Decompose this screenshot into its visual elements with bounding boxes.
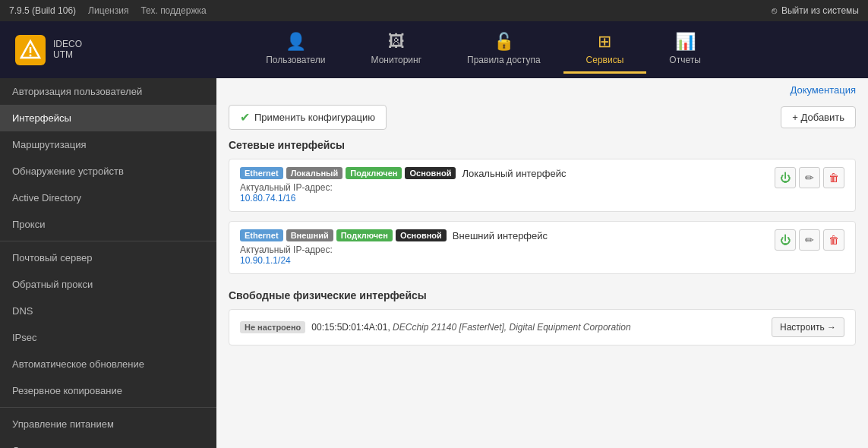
sidebar-item-advanced[interactable]: Дополнительно: [0, 437, 216, 448]
access-icon: 🔓: [494, 32, 514, 52]
interface-tags-external: Ethernet Внешний Подключен Основной Внеш…: [240, 229, 775, 241]
sidebar-item-proxy[interactable]: Прокси: [0, 211, 216, 238]
main-nav: 👤 Пользователи 🖼 Мониторинг 🔓 Правила до…: [114, 26, 853, 74]
sidebar-item-mail[interactable]: Почтовый сервер: [0, 245, 216, 271]
layout: Авторизация пользователей Интерфейсы Мар…: [0, 78, 868, 448]
interface-card-local: Ethernet Локальный Подключен Основной Ло…: [229, 159, 856, 212]
tag-external-external: Внешний: [286, 229, 333, 241]
tag-not-configured: Не настроено: [240, 321, 305, 333]
sidebar-divider-1: [0, 241, 216, 241]
free-card-info: Не настроено 00:15:5D:01:4A:01, DECchip …: [240, 321, 772, 333]
header: IDECO UTM 👤 Пользователи 🖼 Мониторинг 🔓 …: [0, 21, 868, 78]
logo-name: IDECO: [53, 39, 82, 49]
tag-main-external: Основной: [396, 229, 447, 241]
sidebar-item-power[interactable]: Управление питанием: [0, 411, 216, 437]
nav-users[interactable]: 👤 Пользователи: [243, 26, 348, 74]
logo-area: IDECO UTM: [15, 35, 114, 65]
power-button-external[interactable]: ⏻: [775, 229, 796, 251]
nav-monitoring[interactable]: 🖼 Мониторинг: [349, 26, 445, 74]
interface-tags-local: Ethernet Локальный Подключен Основной Ло…: [240, 167, 775, 179]
apply-config-button[interactable]: ✔ Применить конфигурацию: [229, 105, 387, 130]
sidebar-item-routing[interactable]: Маршрутизация: [0, 131, 216, 158]
nav-services[interactable]: ⊞ Сервисы: [563, 26, 647, 74]
support-link[interactable]: Тех. поддержка: [140, 5, 206, 16]
version-label: 7.9.5 (Build 106): [9, 5, 76, 16]
sidebar: Авторизация пользователей Интерфейсы Мар…: [0, 78, 216, 448]
delete-button-external[interactable]: 🗑: [823, 229, 844, 251]
tag-ethernet-external: Ethernet: [240, 229, 283, 241]
sidebar-item-discovery[interactable]: Обнаружение устройств: [0, 158, 216, 185]
main-content: Документация ✔ Применить конфигурацию + …: [216, 78, 868, 448]
sidebar-item-ad[interactable]: Active Directory: [0, 185, 216, 211]
interface-name-local: Локальный интерфейс: [462, 168, 566, 179]
add-button[interactable]: + Добавить: [781, 106, 856, 128]
free-interfaces-title: Свободные физические интерфейсы: [216, 283, 868, 309]
free-card-text: 00:15:5D:01:4A:01, DECchip 21140 [Faster…: [311, 322, 630, 333]
sidebar-item-interfaces[interactable]: Интерфейсы: [0, 105, 216, 131]
reports-icon: 📊: [675, 32, 696, 52]
users-icon: 👤: [286, 32, 306, 52]
configure-button[interactable]: Настроить →: [772, 317, 844, 337]
ip-label-local: Актуальный IP-адрес:: [240, 182, 775, 193]
interface-actions-local: ⏻ ✏ 🗑: [775, 167, 844, 188]
logout-label: Выйти из системы: [781, 5, 859, 16]
interface-actions-external: ⏻ ✏ 🗑: [775, 229, 844, 251]
top-bar-left: 7.9.5 (Build 106) Лицензия Тех. поддержк…: [9, 5, 207, 16]
sidebar-item-reverseproxy[interactable]: Обратный прокси: [0, 271, 216, 298]
svg-point-2: [30, 54, 32, 56]
edit-button-external[interactable]: ✏: [799, 229, 820, 251]
nav-access[interactable]: 🔓 Правила доступа: [444, 26, 563, 74]
sidebar-item-auth[interactable]: Авторизация пользователей: [0, 78, 216, 105]
ip-label-external: Актуальный IP-адрес:: [240, 245, 775, 255]
logo-sub: UTM: [53, 50, 82, 60]
tag-main-local: Основной: [405, 167, 456, 179]
interface-info-local: Ethernet Локальный Подключен Основной Ло…: [240, 167, 775, 203]
sidebar-divider-2: [0, 407, 216, 408]
logout-button[interactable]: ⎋ Выйти из системы: [772, 5, 859, 16]
power-button-local[interactable]: ⏻: [775, 167, 796, 188]
interface-info-external: Ethernet Внешний Подключен Основной Внеш…: [240, 229, 775, 266]
sidebar-item-backup[interactable]: Резервное копирование: [0, 377, 216, 404]
sidebar-item-dns[interactable]: DNS: [0, 298, 216, 324]
top-bar: 7.9.5 (Build 106) Лицензия Тех. поддержк…: [0, 0, 868, 21]
interface-card-external: Ethernet Внешний Подключен Основной Внеш…: [229, 221, 856, 274]
logo-text: IDECO UTM: [53, 39, 82, 59]
sidebar-item-ipsec[interactable]: IPsec: [0, 324, 216, 351]
logo-icon: [15, 35, 46, 65]
check-icon: ✔: [240, 110, 250, 125]
toolbar: ✔ Применить конфигурацию + Добавить: [216, 99, 868, 139]
services-icon: ⊞: [598, 32, 611, 52]
delete-button-local[interactable]: 🗑: [823, 167, 844, 188]
ip-value-local: 10.80.74.1/16: [240, 193, 775, 203]
free-card-mac: 00:15:5D:01:4A:01,: [311, 322, 390, 333]
nav-reports[interactable]: 📊 Отчеты: [646, 26, 723, 74]
free-card-description: DECchip 21140 [FasterNet], Digital Equip…: [393, 322, 631, 333]
interface-name-external: Внешний интерфейс: [453, 230, 548, 241]
sidebar-item-autoupdate[interactable]: Автоматическое обновление: [0, 351, 216, 377]
edit-button-local[interactable]: ✏: [799, 167, 820, 188]
tag-connected-local: Подключен: [346, 167, 402, 179]
logout-icon: ⎋: [772, 5, 777, 16]
tag-local-local: Локальный: [286, 167, 343, 179]
network-interfaces-title: Сетевые интерфейсы: [216, 139, 868, 159]
documentation-link[interactable]: Документация: [791, 84, 857, 96]
ip-value-external: 10.90.1.1/24: [240, 255, 775, 266]
documentation-link-area: Документация: [216, 78, 868, 99]
monitoring-icon: 🖼: [388, 32, 405, 52]
tag-ethernet-local: Ethernet: [240, 167, 283, 179]
free-interface-card: Не настроено 00:15:5D:01:4A:01, DECchip …: [229, 309, 856, 345]
license-link[interactable]: Лицензия: [88, 5, 128, 16]
tag-connected-external: Подключен: [336, 229, 393, 241]
